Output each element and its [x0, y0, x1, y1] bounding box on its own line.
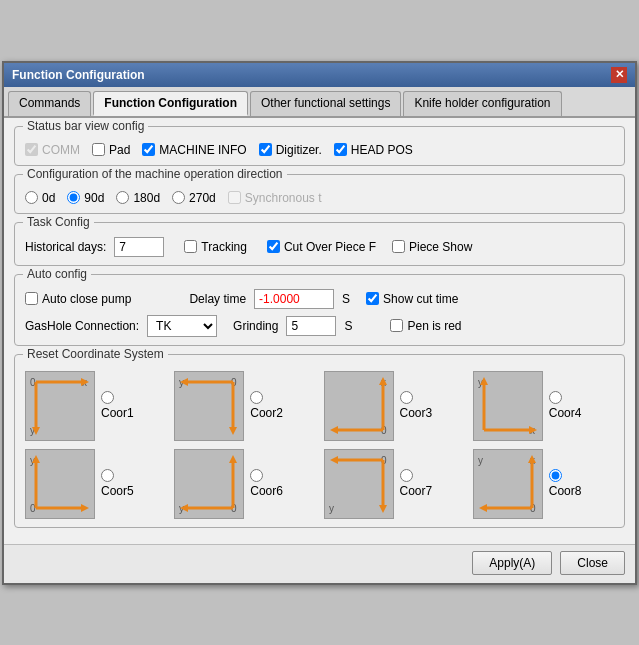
- digitizer-check-item: Digitizer.: [259, 143, 322, 157]
- piece-show-check-item: Piece Show: [392, 240, 472, 254]
- pad-check-item: Pad: [92, 143, 130, 157]
- radio-180d-item: 180d: [116, 191, 160, 205]
- synchronous-check-item: Synchronous t: [228, 191, 322, 205]
- coor2-radio-label: Coor2: [250, 391, 283, 420]
- coor4-label: Coor4: [549, 406, 582, 420]
- synchronous-checkbox[interactable]: [228, 191, 241, 204]
- label-270d: 270d: [189, 191, 216, 205]
- coor8-radio-label: Coor8: [549, 469, 582, 498]
- coor8-item: y 0 x Coor8: [473, 449, 614, 519]
- coor4-image: y x: [473, 371, 543, 441]
- main-window: Function Configuration ✕ Commands Functi…: [2, 61, 637, 585]
- coor7-radio[interactable]: [400, 469, 413, 482]
- tab-function-config[interactable]: Function Configuration: [93, 91, 248, 116]
- coor4-radio-label: Coor4: [549, 391, 582, 420]
- comm-checkbox[interactable]: [25, 143, 38, 156]
- tab-commands[interactable]: Commands: [8, 91, 91, 116]
- pen-is-red-checkbox[interactable]: [390, 319, 403, 332]
- reset-coord-group: Reset Coordinate System 0 x y: [14, 354, 625, 528]
- tracking-check-item: Tracking: [184, 240, 247, 254]
- coor2-item: y 0 Coor2: [174, 371, 315, 441]
- task-config-group: Task Config Historical days: Tracking Cu…: [14, 222, 625, 266]
- machine-info-label: MACHINE INFO: [159, 143, 246, 157]
- coor5-label: Coor5: [101, 484, 134, 498]
- coor8-radio[interactable]: [549, 469, 562, 482]
- radio-0d[interactable]: [25, 191, 38, 204]
- coor4-radio[interactable]: [549, 391, 562, 404]
- reset-coord-label: Reset Coordinate System: [23, 347, 168, 361]
- label-180d: 180d: [133, 191, 160, 205]
- status-bar-label: Status bar view config: [23, 119, 148, 133]
- tab-other-functional[interactable]: Other functional settings: [250, 91, 401, 116]
- radio-270d[interactable]: [172, 191, 185, 204]
- coor6-radio-label: Coor6: [250, 469, 283, 498]
- tab-knife-holder[interactable]: Knife holder configuration: [403, 91, 561, 116]
- coor1-image: 0 x y: [25, 371, 95, 441]
- coor1-radio[interactable]: [101, 391, 114, 404]
- tab-bar: Commands Function Configuration Other fu…: [4, 87, 635, 118]
- cut-over-checkbox[interactable]: [267, 240, 280, 253]
- radio-180d[interactable]: [116, 191, 129, 204]
- digitizer-label: Digitizer.: [276, 143, 322, 157]
- pad-checkbox[interactable]: [92, 143, 105, 156]
- head-pos-check-item: HEAD POS: [334, 143, 413, 157]
- coor6-radio[interactable]: [250, 469, 263, 482]
- coor3-image: x 0: [324, 371, 394, 441]
- head-pos-checkbox[interactable]: [334, 143, 347, 156]
- machine-info-checkbox[interactable]: [142, 143, 155, 156]
- pad-label: Pad: [109, 143, 130, 157]
- tracking-label: Tracking: [201, 240, 247, 254]
- coor1-radio-label: Coor1: [101, 391, 134, 420]
- radio-90d[interactable]: [67, 191, 80, 204]
- gashole-select[interactable]: TK Other: [147, 315, 217, 337]
- coor7-item: y 0 Coor7: [324, 449, 465, 519]
- coor5-radio[interactable]: [101, 469, 114, 482]
- coor3-radio[interactable]: [400, 391, 413, 404]
- piece-show-label: Piece Show: [409, 240, 472, 254]
- radio-0d-item: 0d: [25, 191, 55, 205]
- title-bar: Function Configuration ✕: [4, 63, 635, 87]
- historical-days-label: Historical days:: [25, 240, 106, 254]
- coord-grid: 0 x y Coor1: [25, 371, 614, 519]
- show-cut-time-checkbox[interactable]: [366, 292, 379, 305]
- coor6-image: y 0: [174, 449, 244, 519]
- status-bar-group: Status bar view config COMM Pad MACHINE …: [14, 126, 625, 166]
- delay-time-label: Delay time: [189, 292, 246, 306]
- coor8-label: Coor8: [549, 484, 582, 498]
- cut-over-check-item: Cut Over Piece F: [267, 240, 376, 254]
- coor5-radio-label: Coor5: [101, 469, 134, 498]
- machine-info-check-item: MACHINE INFO: [142, 143, 246, 157]
- title-close-button[interactable]: ✕: [611, 67, 627, 83]
- cut-over-label: Cut Over Piece F: [284, 240, 376, 254]
- piece-show-checkbox[interactable]: [392, 240, 405, 253]
- historical-days-input[interactable]: [114, 237, 164, 257]
- apply-button[interactable]: Apply(A): [472, 551, 552, 575]
- delay-time-input[interactable]: [254, 289, 334, 309]
- pen-is-red-item: Pen is red: [390, 319, 461, 333]
- coor2-label: Coor2: [250, 406, 283, 420]
- window-title: Function Configuration: [12, 68, 145, 82]
- label-0d: 0d: [42, 191, 55, 205]
- coor2-radio[interactable]: [250, 391, 263, 404]
- coor3-label: Coor3: [400, 406, 433, 420]
- coor2-image: y 0: [174, 371, 244, 441]
- coor1-item: 0 x y Coor1: [25, 371, 166, 441]
- machine-direction-label: Configuration of the machine operation d…: [23, 167, 287, 181]
- grinding-input[interactable]: [286, 316, 336, 336]
- close-button[interactable]: Close: [560, 551, 625, 575]
- digitizer-checkbox[interactable]: [259, 143, 272, 156]
- synchronous-label: Synchronous t: [245, 191, 322, 205]
- content-area: Status bar view config COMM Pad MACHINE …: [4, 118, 635, 544]
- auto-config-group: Auto config Auto close pump Delay time S…: [14, 274, 625, 346]
- coor7-radio-label: Coor7: [400, 469, 433, 498]
- coor4-item: y x Coor4: [473, 371, 614, 441]
- svg-text:y: y: [329, 503, 334, 514]
- pen-is-red-label: Pen is red: [407, 319, 461, 333]
- coor1-label: Coor1: [101, 406, 134, 420]
- coor6-item: y 0 Coor6: [174, 449, 315, 519]
- auto-close-pump-checkbox[interactable]: [25, 292, 38, 305]
- tracking-checkbox[interactable]: [184, 240, 197, 253]
- machine-direction-group: Configuration of the machine operation d…: [14, 174, 625, 214]
- coor6-label: Coor6: [250, 484, 283, 498]
- radio-90d-item: 90d: [67, 191, 104, 205]
